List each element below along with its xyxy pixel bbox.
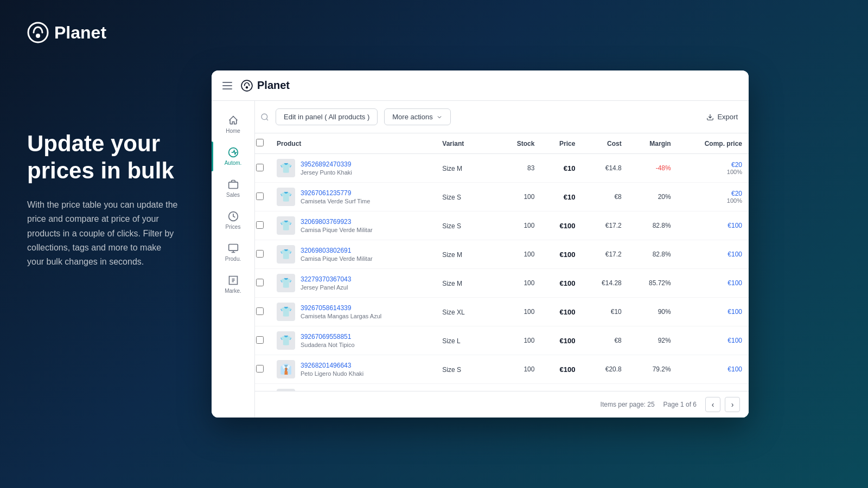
table-row: 👕 32279370367043 Jersey Panel Azul Size … (255, 269, 749, 298)
automation-icon (228, 147, 239, 158)
app-window: Planet Home Autom. (212, 70, 749, 418)
stock-num: 100 (505, 308, 535, 316)
comp-price-text: €100 (684, 251, 742, 258)
chevron-down-icon (436, 114, 443, 120)
row-checkbox[interactable] (256, 250, 264, 258)
product-name: Camisa Pique Verde Militar (301, 227, 373, 233)
export-label: Export (717, 113, 738, 121)
product-name: Sudadera Not Tipico (301, 342, 355, 348)
select-all-checkbox[interactable] (256, 139, 264, 146)
hamburger-menu[interactable] (222, 82, 232, 89)
stock-num: 100 (505, 251, 535, 258)
cost-text: €14.28 (588, 279, 621, 287)
col-comp-price: Comp. price (678, 133, 749, 154)
comp-price-text: €100 (684, 308, 742, 316)
comp-price-sub: 100% (684, 197, 742, 204)
next-page-button[interactable]: › (725, 397, 740, 412)
product-id-link[interactable]: 39267069558851 (301, 333, 355, 341)
table-row: 👕 39267058614339 Camiseta Mangas Largas … (255, 298, 749, 326)
row-checkbox[interactable] (256, 307, 264, 315)
product-id-link[interactable]: 39267058614339 (301, 304, 381, 312)
page-info: Page 1 of 6 (663, 401, 697, 408)
comp-price-text: €100 (684, 279, 742, 287)
cost-text: €17.2 (588, 251, 621, 258)
variant-text: Size XL (442, 309, 464, 316)
sidebar-item-marketing[interactable]: Marke. (212, 269, 254, 299)
sidebar-sales-label: Sales (226, 192, 240, 198)
prev-page-button[interactable]: ‹ (705, 397, 720, 412)
sidebar-home-label: Home (226, 128, 240, 134)
table-container[interactable]: Product Variant Stock Price Cost Margin … (255, 133, 749, 391)
sidebar-item-sales[interactable]: Sales (212, 174, 254, 203)
product-id-link[interactable]: 39526892470339 (301, 160, 352, 168)
margin-text: -48% (635, 164, 671, 172)
svg-point-6 (261, 114, 267, 120)
main-logo-area: Planet (27, 22, 179, 43)
stock-num: 100 (505, 365, 535, 373)
sidebar-item-home[interactable]: Home (212, 110, 254, 139)
table-row: 👔 39268201496643 Peto Ligero Nudo Khaki … (255, 355, 749, 384)
product-thumb: 👕 (277, 216, 295, 235)
app-logo-icon (241, 80, 253, 92)
row-checkbox[interactable] (256, 365, 264, 373)
app-logo: Planet (241, 79, 290, 92)
product-info: 👕 32069803802691 Camisa Pique Verde Mili… (277, 245, 429, 264)
items-per-page: Items per page: 25 (601, 401, 655, 408)
table-row: 👕 39526892470339 Jersey Punto Khaki Size… (255, 154, 749, 183)
product-info: 👔 39268201496643 Peto Ligero Nudo Khaki (277, 360, 429, 378)
comp-price-text: €100 (684, 337, 742, 344)
edit-panel-button[interactable]: Edit in panel ( All products ) (276, 108, 378, 125)
svg-rect-4 (228, 182, 238, 189)
panel-toolbar: Edit in panel ( All products ) More acti… (255, 101, 749, 133)
row-checkbox[interactable] (256, 279, 264, 286)
row-checkbox[interactable] (256, 221, 264, 229)
cost-text: €8 (588, 337, 621, 344)
row-checkbox[interactable] (256, 192, 264, 200)
sidebar-prices-label: Prices (226, 224, 241, 230)
col-product: Product (270, 133, 436, 154)
margin-text: 82.8% (635, 251, 671, 258)
col-margin: Margin (628, 133, 678, 154)
margin-text: 90% (635, 308, 671, 316)
cost-text: €17.2 (588, 222, 621, 229)
price-text: €100 (547, 251, 575, 259)
table-row: 👕 32069803802691 Camisa Pique Verde Mili… (255, 240, 749, 269)
sidebar-item-products[interactable]: Produ. (212, 237, 254, 267)
row-checkbox[interactable] (256, 336, 264, 344)
variant-text: Size S (442, 366, 461, 374)
price-text: €10 (547, 164, 575, 172)
more-actions-button[interactable]: More actions (384, 108, 450, 125)
variant-text: Size M (442, 251, 462, 259)
app-header: Planet (212, 70, 749, 101)
sidebar-item-automation[interactable]: Autom. (212, 142, 254, 171)
margin-text: 92% (635, 337, 671, 344)
product-info: 👕 32279370367043 Jersey Panel Azul (277, 274, 429, 292)
product-thumb: 👕 (277, 245, 295, 264)
price-text: €100 (547, 365, 575, 374)
price-text: €10 (547, 193, 575, 201)
sidebar-automation-label: Autom. (225, 160, 242, 166)
search-icon-wrap (260, 113, 269, 121)
stock-num: 100 (505, 222, 535, 229)
table-row: 👕 39267061235779 Camiseta Verde Surf Tim… (255, 183, 749, 211)
product-id-link[interactable]: 32069803769923 (301, 218, 373, 226)
col-price: Price (541, 133, 582, 154)
svg-point-1 (36, 34, 40, 38)
comp-price-sub: 100% (684, 169, 742, 175)
product-thumb: 👕 (277, 159, 295, 177)
sidebar-item-prices[interactable]: Prices (212, 206, 254, 235)
left-panel: Planet Update your prices in bulk With t… (0, 0, 206, 488)
cost-text: €10 (588, 308, 621, 316)
row-checkbox[interactable] (256, 164, 264, 171)
product-id-link[interactable]: 39267061235779 (301, 189, 370, 197)
product-id-link[interactable]: 32279370367043 (301, 275, 351, 283)
product-id-link[interactable]: 32069803802691 (301, 247, 373, 254)
export-button[interactable]: Export (706, 113, 738, 121)
price-text: €100 (547, 337, 575, 345)
svg-point-2 (241, 80, 252, 91)
home-icon (228, 115, 239, 126)
margin-text: 79.2% (635, 365, 671, 373)
cost-text: €14.8 (588, 164, 621, 172)
pagination-nav: ‹ › (705, 397, 740, 412)
product-id-link[interactable]: 39268201496643 (301, 362, 363, 369)
